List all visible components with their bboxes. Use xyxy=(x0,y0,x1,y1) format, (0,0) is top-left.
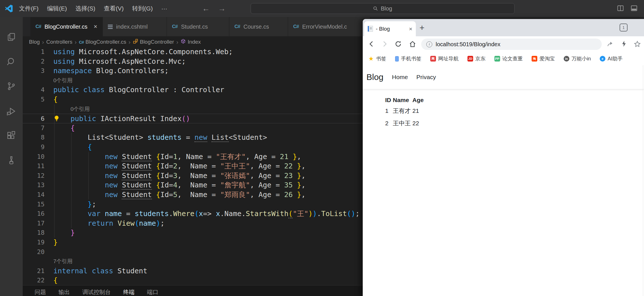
code-editor[interactable]: 1using Microsoft.AspNetCore.Components.W… xyxy=(23,48,363,285)
line-number[interactable]: 4 xyxy=(23,85,45,95)
line-number[interactable]: 3 xyxy=(23,66,45,76)
line-number[interactable]: 14 xyxy=(23,190,45,200)
editor-tab-index.cshtml[interactable]: index.cshtml xyxy=(103,17,167,36)
code-line-14[interactable]: 14new Student {Id=5, Name = "郑雨良", Age =… xyxy=(23,190,363,200)
codelens-references[interactable]: 7个引用 xyxy=(53,257,73,266)
line-number[interactable]: 6 xyxy=(23,114,45,124)
code-line-21[interactable]: 21internal class Student xyxy=(23,266,363,276)
code-line-15[interactable]: 15}; xyxy=(23,200,363,209)
nav-link-Home[interactable]: Home xyxy=(392,74,408,81)
line-number[interactable]: 15 xyxy=(23,200,45,209)
search-icon[interactable] xyxy=(0,53,23,71)
line-number[interactable]: 9 xyxy=(23,142,45,152)
line-number[interactable]: 1 xyxy=(23,48,45,57)
code-line-8[interactable]: 8List<Student> students = new List<Stude… xyxy=(23,133,363,142)
tab-close-icon[interactable]: × xyxy=(94,23,97,30)
share-icon[interactable] xyxy=(606,40,614,48)
editor-tab-BlogController.cs[interactable]: C#BlogController.cs× xyxy=(30,17,103,36)
bookmark-网址导航[interactable]: 网网址导航 xyxy=(430,55,459,62)
browser-tab[interactable]: - Blog × xyxy=(364,21,416,36)
run-debug-icon[interactable] xyxy=(0,102,23,120)
line-number[interactable]: 11 xyxy=(23,161,45,171)
address-bar[interactable]: i localhost:5019/Blog/index xyxy=(421,39,602,50)
breadcrumb-item-Blog[interactable]: Blog xyxy=(29,39,40,45)
code-line-6[interactable]: 6public IActionResult Index() xyxy=(23,114,363,123)
browser-back-icon[interactable] xyxy=(368,40,375,48)
line-number[interactable]: 18 xyxy=(23,228,45,238)
line-number[interactable]: 22 xyxy=(23,276,45,285)
menu-item-3[interactable]: 查看(V) xyxy=(100,5,128,12)
line-number[interactable]: 21 xyxy=(23,266,45,276)
breadcrumb-item-BlogController[interactable]: BlogController xyxy=(133,39,174,45)
panel-tab-调试控制台[interactable]: 调试控制台 xyxy=(82,288,111,296)
bookmark-手机书签[interactable]: 手机书签 xyxy=(395,55,421,62)
code-line-5[interactable]: 5{ xyxy=(23,95,363,104)
line-number[interactable]: 13 xyxy=(23,180,45,190)
code-line-19[interactable]: 19} xyxy=(23,238,363,247)
line-number[interactable]: 10 xyxy=(23,152,45,162)
panel-tab-问题[interactable]: 问题 xyxy=(35,288,46,296)
line-number[interactable]: 17 xyxy=(23,219,45,228)
breadcrumb-item-Index[interactable]: Index xyxy=(181,39,201,45)
line-number[interactable]: 20 xyxy=(23,247,45,257)
new-tab-icon[interactable]: + xyxy=(419,23,425,33)
tab-close-icon[interactable]: × xyxy=(409,26,412,32)
browser-reload-icon[interactable] xyxy=(395,40,402,48)
bookmark-爱淘宝[interactable]: 淘爱淘宝 xyxy=(532,55,555,62)
code-line-11[interactable]: 11new Student {Id=2, Name = "王中王", Age =… xyxy=(23,161,363,171)
codelens-references[interactable]: 0个引用 xyxy=(53,76,73,85)
editor-tab-Course.cs[interactable]: C#Course.cs xyxy=(229,17,288,36)
command-center-search[interactable]: Blog xyxy=(251,3,515,14)
browser-home-icon[interactable] xyxy=(409,40,416,48)
layout-panel-icon[interactable] xyxy=(630,5,638,12)
menu-item-1[interactable]: 编辑(E) xyxy=(43,5,71,12)
site-brand-link[interactable]: Blog xyxy=(366,72,383,82)
code-line-2[interactable]: 2using Microsoft.AspNetCore.Mvc; xyxy=(23,57,363,66)
split-editor-icon[interactable] xyxy=(617,5,624,12)
line-number[interactable]: 7 xyxy=(23,123,45,133)
code-line-13[interactable]: 13new Student {Id=4, Name = "詹宇航", Age =… xyxy=(23,180,363,190)
menu-item-4[interactable]: 转到(G) xyxy=(128,5,157,12)
code-line-7[interactable]: 7{ xyxy=(23,123,363,133)
code-line-1[interactable]: 1using Microsoft.AspNetCore.Components.W… xyxy=(23,48,363,57)
bookmark-万能小in[interactable]: in万能小in xyxy=(564,55,591,62)
editor-tab-Student.cs[interactable]: C#Student.cs xyxy=(167,17,229,36)
code-line-20[interactable]: 20 xyxy=(23,247,363,257)
code-line-9[interactable]: 9{ xyxy=(23,142,363,152)
codelens[interactable]: 0个引用 xyxy=(23,104,363,114)
codelens[interactable]: 0个引用 xyxy=(23,76,363,85)
codelens[interactable]: 7个引用 xyxy=(23,257,363,266)
nav-forward-icon[interactable]: → xyxy=(218,0,226,17)
bookmark-京东[interactable]: JD京东 xyxy=(467,55,486,62)
code-line-16[interactable]: 16var name = students.Where(x=> x.Name.S… xyxy=(23,209,363,219)
menu-item-0[interactable]: 文件(F) xyxy=(15,5,43,12)
source-control-icon[interactable] xyxy=(0,77,23,95)
menu-item-2[interactable]: 选择(S) xyxy=(71,5,100,12)
line-number[interactable]: 19 xyxy=(23,238,45,247)
breadcrumb-item-Controllers[interactable]: Controllers xyxy=(46,39,72,45)
code-line-4[interactable]: 4public class BlogController : Controlle… xyxy=(23,85,363,95)
explorer-icon[interactable] xyxy=(0,28,23,46)
testing-icon[interactable] xyxy=(0,151,23,170)
code-line-18[interactable]: 18} xyxy=(23,228,363,238)
menu-more[interactable]: ··· xyxy=(157,5,171,12)
editor-tab-ErrorViewModel.c[interactable]: C#ErrorViewModel.c xyxy=(288,17,370,36)
code-line-22[interactable]: 22{ xyxy=(23,276,363,285)
line-number[interactable]: 5 xyxy=(23,95,45,104)
codelens-references[interactable]: 0个引用 xyxy=(70,104,90,114)
code-line-17[interactable]: 17return View(name); xyxy=(23,219,363,228)
line-number[interactable]: 8 xyxy=(23,133,45,142)
tab-counter[interactable]: 1 xyxy=(620,24,628,31)
line-number[interactable]: 12 xyxy=(23,171,45,181)
lightning-icon[interactable] xyxy=(620,40,628,47)
browser-forward-icon[interactable] xyxy=(381,40,388,48)
panel-tab-端口[interactable]: 端口 xyxy=(147,288,158,296)
nav-link-Privacy[interactable]: Privacy xyxy=(416,74,436,81)
code-line-12[interactable]: 12new Student {Id=3, Name = "张语嫣", Age =… xyxy=(23,171,363,181)
bookmark-书签[interactable]: ★书签 xyxy=(368,55,386,62)
breadcrumb-item-BlogController.cs[interactable]: C#BlogController.cs xyxy=(79,39,126,45)
line-number[interactable]: 2 xyxy=(23,57,45,66)
extensions-icon[interactable] xyxy=(0,126,23,145)
panel-tab-终端[interactable]: 终端 xyxy=(123,288,135,296)
bookmark-star-icon[interactable] xyxy=(633,40,641,48)
